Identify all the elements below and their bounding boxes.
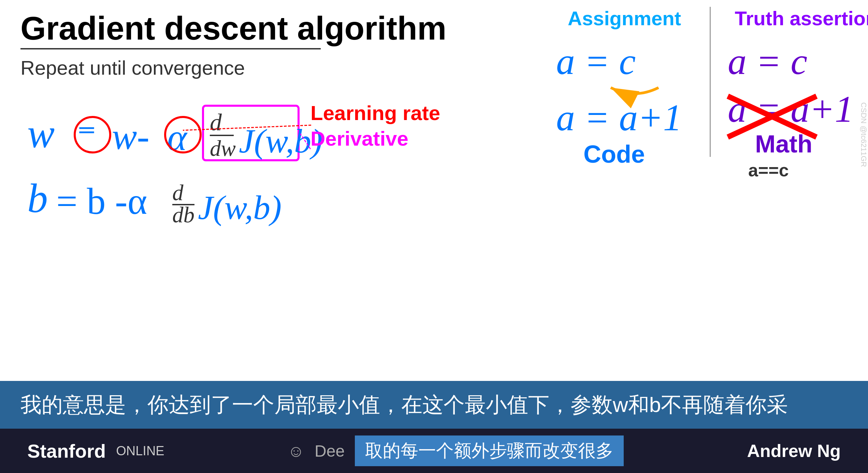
svg-text:Math: Math (755, 130, 812, 158)
footer-bar: Stanford ONLINE ☺ Dee 取的每一个额外步骤而改变很多 And… (0, 429, 868, 473)
svg-text:a = a+1: a = a+1 (556, 97, 682, 138)
svg-text:db: db (172, 203, 194, 227)
svg-text:a = c: a = c (728, 41, 807, 82)
assignment-column: Assignment a = c a = a+1 Code (539, 0, 710, 409)
watermark: CSDN @tc6211GR (859, 102, 868, 167)
svg-text:J(w,b): J(w,b) (198, 189, 281, 226)
svg-text:= b -α: = b -α (56, 180, 147, 222)
footer-right: Andrew Ng (747, 441, 841, 461)
formula-area: w ⁼ w- α d dw J(w,b) Learning rate (20, 96, 498, 239)
svg-text:a = c: a = c (556, 41, 636, 82)
svg-text:b: b (27, 176, 48, 221)
subtitle-bar: 我的意思是，你达到了一个局部最小值，在这个最小值下，参数w和b不再随着你采 (0, 381, 868, 429)
right-panel: Assignment a = c a = a+1 Code (539, 0, 868, 409)
footer-center-area: ☺ Dee 取的每一个额外步骤而改变很多 (288, 435, 624, 466)
deeplearning-text: Dee (315, 442, 345, 460)
assignment-equations: a = c a = a+1 Code (549, 40, 699, 169)
assignment-title: Assignment (549, 7, 699, 30)
deeplearning-icon: ☺ (288, 442, 304, 460)
stanford-label: Stanford (27, 440, 106, 462)
svg-text:a==c: a==c (748, 160, 789, 180)
svg-text:Learning rate: Learning rate (310, 102, 440, 124)
left-panel: Gradient descent algorithm Repeat until … (0, 0, 539, 409)
footer-center-text: 取的每一个额外步骤而改变很多 (355, 435, 624, 466)
online-label: ONLINE (116, 444, 164, 458)
subtitle-text: 我的意思是，你达到了一个局部最小值，在这个最小值下，参数w和b不再随着你采 (20, 393, 788, 416)
main-content: Gradient descent algorithm Repeat until … (0, 0, 868, 409)
andrew-ng-label: Andrew Ng (747, 441, 841, 461)
footer-left: Stanford ONLINE (27, 440, 164, 462)
title-underline (20, 48, 321, 49)
svg-text:dw: dw (210, 136, 236, 161)
repeat-subtitle: Repeat until convergence (20, 56, 519, 79)
svg-text:d: d (172, 180, 184, 205)
truth-column: Truth assertion a = c a = a+1 Math a==c (711, 0, 868, 409)
truth-equations: a = c a = a+1 Math a==c (721, 40, 868, 183)
svg-text:Derivative: Derivative (310, 127, 408, 150)
svg-text:Code: Code (583, 141, 645, 168)
svg-text:w-: w- (112, 116, 149, 157)
page-title: Gradient descent algorithm (20, 10, 519, 46)
truth-title: Truth assertion (721, 7, 868, 30)
svg-text:w: w (27, 111, 55, 156)
svg-text:d: d (210, 109, 222, 135)
